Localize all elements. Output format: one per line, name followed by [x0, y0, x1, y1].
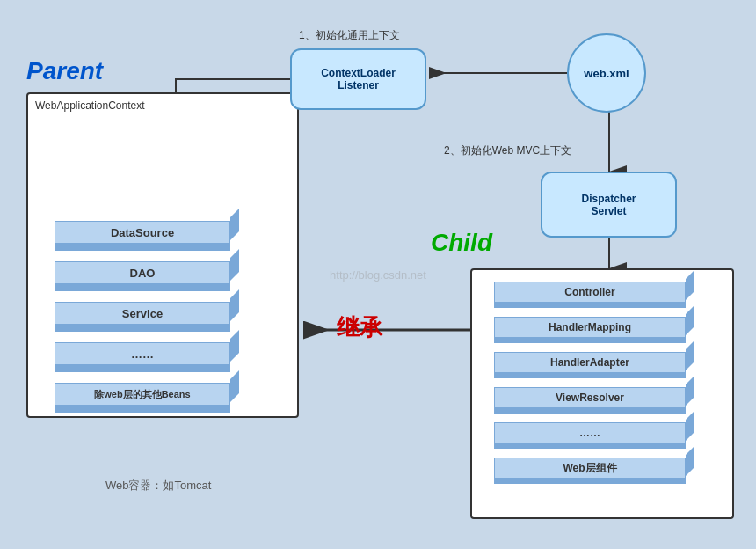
block-handlermapping: HandlerMapping	[494, 314, 696, 342]
block-handleradapter-label: HandlerAdapter	[494, 352, 686, 373]
block-controller-label: Controller	[494, 282, 686, 303]
child-label: Child	[431, 229, 492, 257]
annotation-1: 1、初始化通用上下文	[299, 28, 400, 43]
child-blocks-area: Controller HandlerMapping HandlerAdapter…	[494, 279, 696, 483]
webapp-context-label: WebApplicationContext	[35, 99, 145, 112]
block-handlermapping-label: HandlerMapping	[494, 317, 686, 338]
watermark: http://blog.csdn.net	[330, 268, 426, 282]
webxml-label: web.xml	[584, 67, 629, 80]
block-handleradapter: HandlerAdapter	[494, 349, 696, 377]
inheritance-text: 继承	[337, 312, 382, 343]
dispatcher-label: DispatcherServlet	[581, 193, 636, 217]
block-controller: Controller	[494, 279, 696, 307]
block-dots2-label: ……	[494, 422, 686, 443]
parent-blocks-area: DataSource DAO Service …… 除web层的其他Beans	[55, 217, 239, 409]
parent-container: WebApplicationContext DataSource DAO Ser…	[26, 92, 299, 418]
web-container-text: Web容器：如Tomcat	[105, 478, 211, 494]
block-dao-label: DAO	[55, 261, 230, 284]
block-web-components: Web层组件	[494, 455, 696, 483]
ctx-loader-label: ContextLoaderListener	[321, 67, 396, 92]
dispatcher-box: DispatcherServlet	[541, 172, 677, 238]
ctx-loader-box: ContextLoaderListener	[290, 48, 426, 110]
annotation-2: 2、初始化Web MVC上下文	[444, 143, 571, 158]
block-viewresolver-label: ViewResolver	[494, 387, 686, 408]
block-datasource: DataSource	[55, 217, 239, 247]
block-service: Service	[55, 298, 239, 328]
block-other-beans-label: 除web层的其他Beans	[55, 383, 230, 406]
block-dots: ……	[55, 339, 239, 369]
block-dots2: ……	[494, 420, 696, 448]
block-viewresolver: ViewResolver	[494, 384, 696, 413]
block-service-label: Service	[55, 302, 230, 325]
block-dots-label: ……	[55, 342, 230, 365]
block-web-components-label: Web层组件	[494, 458, 686, 479]
parent-label: Parent	[26, 57, 103, 85]
block-other-beans: 除web层的其他Beans	[55, 379, 239, 409]
block-dao: DAO	[55, 258, 239, 288]
child-container: Controller HandlerMapping HandlerAdapter…	[470, 268, 734, 519]
webxml-circle: web.xml	[567, 33, 646, 113]
block-datasource-label: DataSource	[55, 221, 230, 244]
